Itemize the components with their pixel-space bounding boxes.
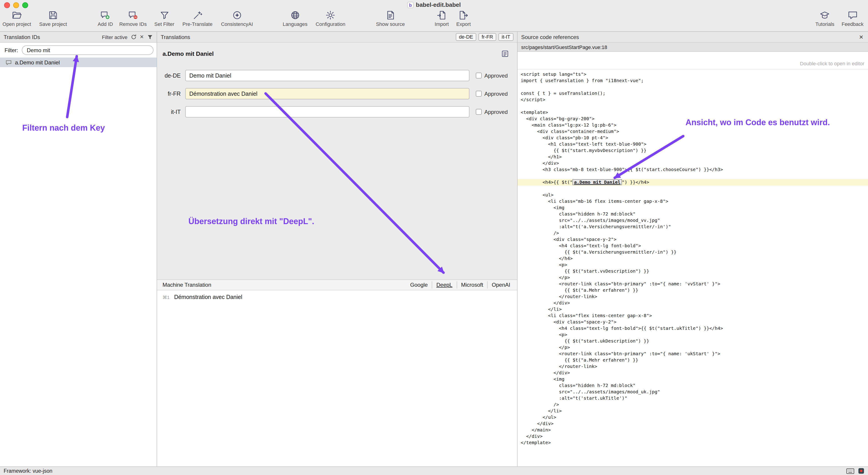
toolbar-label: Set Filter (154, 21, 174, 27)
toolbar-label: Add ID (98, 21, 113, 27)
toolbar-button-tutorials[interactable]: Tutorials (815, 10, 834, 27)
add-id-icon (100, 10, 111, 21)
approved-checkbox-it-IT[interactable] (476, 109, 482, 115)
approved-checkbox-fr-FR[interactable] (476, 91, 482, 97)
comment-icon[interactable] (501, 50, 509, 58)
source-hint: Double-click to open in editor (518, 52, 868, 69)
translation-input-de-DE[interactable] (185, 70, 469, 81)
import-icon (436, 10, 447, 21)
filter-funnel-icon[interactable] (147, 34, 153, 40)
code-line (518, 103, 868, 109)
code-line: <p> (518, 262, 868, 268)
annotation-code-usage: Ansicht, wo im Code es benutzt wird. (685, 118, 830, 128)
toolbar-label: Remove IDs (119, 21, 147, 27)
filter-active-label: Filter active (102, 34, 128, 40)
source-code: <script setup lang="ts">import { useTran… (518, 69, 868, 466)
keyboard-icon[interactable] (846, 468, 855, 474)
annotation-deepl: Übersetzung direkt mit "DeepL". (188, 217, 314, 226)
toolbar-label: Pre-Translate (183, 21, 213, 27)
window-title: b babel-edit.babel (0, 1, 868, 8)
machine-translation-title: Machine Translation (162, 282, 211, 288)
language-tab-it-IT[interactable]: it-IT (498, 33, 514, 41)
code-line: </router-link> (518, 294, 868, 300)
code-line: import { useTranslation } from "i18next-… (518, 77, 868, 84)
code-line: {{ $t("start.ukDescription") }} (518, 338, 868, 344)
close-icon[interactable]: ✕ (858, 34, 864, 40)
translation-ids-panel: Translation IDs Filter active ✕ Filter: … (0, 32, 157, 466)
translation-id-list: a.Demo mit Daniel (0, 58, 157, 466)
toolbar-button-export[interactable]: Export (456, 10, 471, 27)
code-line: <img (518, 205, 868, 211)
toolbar-label: Export (456, 21, 471, 27)
language-label: fr-FR (162, 91, 181, 97)
toolbar-button-configuration[interactable]: Configuration (316, 10, 345, 27)
code-line: <li class="mb-16 flex items-center gap-x… (518, 198, 868, 205)
code-line: </div> (518, 160, 868, 167)
code-line (518, 84, 868, 90)
toolbar-button-pre-translate[interactable]: Pre-Translate (183, 10, 213, 27)
approved-checkbox-de-DE[interactable] (476, 73, 482, 78)
selected-id-title: a.Demo mit Daniel (162, 50, 214, 57)
toolbar-label: Open project (2, 21, 31, 27)
filter-label: Filter: (4, 47, 18, 53)
mt-provider-tab-openai[interactable]: OpenAI (487, 281, 514, 289)
filter-input[interactable] (22, 45, 153, 55)
code-line: /> (518, 230, 868, 236)
toolbar-label: Languages (283, 21, 308, 27)
code-line: <div class="container-medium"> (518, 128, 868, 135)
approved-label: Approved (485, 109, 508, 115)
app-indicator-icon[interactable] (858, 468, 864, 474)
export-icon (458, 10, 469, 21)
code-line (518, 185, 868, 192)
code-line: <p> (518, 332, 868, 338)
language-tab-de-DE[interactable]: de-DE (456, 33, 476, 41)
translation-input-fr-FR[interactable] (185, 88, 469, 99)
mt-provider-tab-deepl[interactable]: DeepL (432, 281, 457, 289)
machine-translation-result[interactable]: ⌘1 Démonstration avec Daniel (162, 294, 512, 300)
code-line-highlighted: <h4>{{ $t("a.Demo mit Daniel") }}</h4> (518, 179, 868, 185)
language-label: de-DE (162, 72, 181, 79)
save-project-icon (48, 10, 58, 21)
translation-row-it-IT: it-ITApproved (162, 106, 517, 118)
code-line: </router-link> (518, 363, 868, 370)
code-line: <div class="space-y-2"> (518, 319, 868, 325)
toolbar-button-open-project[interactable]: Open project (2, 10, 31, 27)
clear-filter-icon[interactable]: ✕ (140, 34, 144, 40)
language-tab-fr-FR[interactable]: fr-FR (478, 33, 496, 41)
consistency-ai-icon (232, 10, 242, 21)
code-line: </h4> (518, 256, 868, 262)
toolbar-button-import[interactable]: Import (435, 10, 449, 27)
refresh-filter-icon[interactable] (131, 34, 137, 40)
toolbar-button-feedback[interactable]: Feedback (842, 10, 864, 27)
toolbar-label: Show source (376, 21, 405, 27)
code-line: </div> (518, 300, 868, 306)
code-line: </li> (518, 408, 868, 414)
translation-row-de-DE: de-DEApproved (162, 69, 517, 82)
toolbar-button-show-source[interactable]: Show source (376, 10, 405, 27)
translation-ids-title: Translation IDs (4, 34, 40, 40)
configuration-icon (325, 10, 336, 21)
translations-title: Translations (161, 34, 190, 40)
code-line: </h1> (518, 154, 868, 160)
filter-row: Filter: (0, 43, 157, 58)
toolbar-label: Feedback (842, 21, 864, 27)
code-line: /> (518, 402, 868, 408)
code-line: :alt="t('a.Versicherungsvermittler/-in')… (518, 224, 868, 230)
toolbar-button-languages[interactable]: Languages (283, 10, 308, 27)
translation-input-it-IT[interactable] (185, 106, 469, 117)
toolbar-button-add-id[interactable]: Add ID (98, 10, 113, 27)
show-source-icon (385, 10, 396, 21)
mt-provider-tab-google[interactable]: Google (406, 281, 432, 289)
toolbar-button-save-project[interactable]: Save project (39, 10, 67, 27)
mt-provider-tab-microsoft[interactable]: Microsoft (457, 281, 487, 289)
language-tabs: de-DEfr-FRit-IT (454, 33, 514, 41)
toolbar-button-remove-ids[interactable]: Remove IDs (119, 10, 147, 27)
toolbar-button-consistency-ai[interactable]: ConsistencyAI (221, 10, 253, 27)
code-line (518, 173, 868, 179)
translation-key-reference[interactable]: a.Demo mit Daniel (573, 179, 622, 185)
toolbar-button-set-filter[interactable]: Set Filter (154, 10, 174, 27)
source-file-tab[interactable]: src/pages/start/GuestStartPage.vue:18 (521, 44, 607, 50)
toolbar-label: Configuration (316, 21, 345, 27)
translation-id-item[interactable]: a.Demo mit Daniel (0, 58, 157, 67)
machine-translation-text: Démonstration avec Daniel (174, 294, 242, 300)
